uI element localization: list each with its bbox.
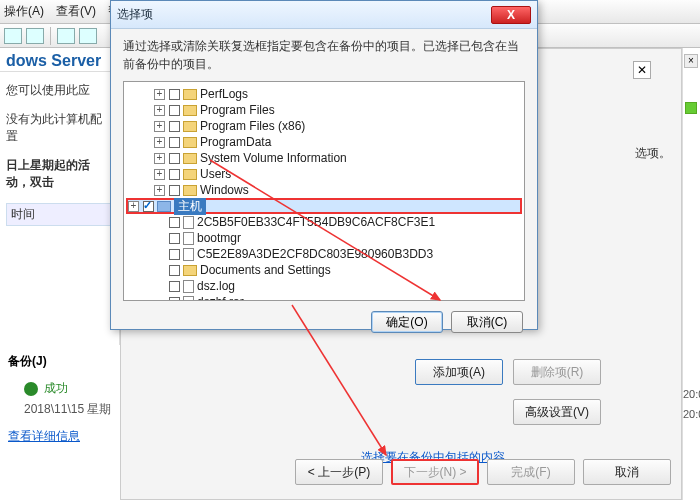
time-header: 时间	[6, 203, 113, 226]
tree-item-program-files-x86[interactable]: +Program Files (x86)	[126, 118, 522, 134]
wizard-close-icon[interactable]: ✕	[633, 61, 651, 79]
right-panel-sliver: × 20:09 20:09	[682, 48, 700, 500]
tree-item-programdata[interactable]: +ProgramData	[126, 134, 522, 150]
tree-item-program-files[interactable]: +Program Files	[126, 102, 522, 118]
add-item-button[interactable]: 添加项(A)	[415, 359, 503, 385]
tree-item-selected-host[interactable]: +主机	[126, 198, 522, 214]
tree-item-bootmgr[interactable]: bootmgr	[126, 230, 522, 246]
console-line-2: 没有为此计算机配置	[6, 111, 113, 145]
tree-item-hash2[interactable]: C5E2E89A3DE2CF8DC803E980960B3DD3	[126, 246, 522, 262]
advanced-settings-button[interactable]: 高级设置(V)	[513, 399, 601, 425]
toolbar-icon-4[interactable]	[79, 28, 97, 44]
tree-item-sysvolinfo[interactable]: +System Volume Information	[126, 150, 522, 166]
tree-item-dszlog[interactable]: dsz.log	[126, 278, 522, 294]
tree-item-docs-settings[interactable]: Documents and Settings	[126, 262, 522, 278]
view-details-link[interactable]: 查看详细信息	[8, 428, 112, 445]
toolbar-icon-1[interactable]	[4, 28, 22, 44]
console-line-3: 日上星期起的活动，双击	[6, 157, 113, 191]
timestamp-2: 20:09	[683, 408, 700, 420]
cancel-button[interactable]: 取消	[583, 459, 671, 485]
dialog-close-button[interactable]: X	[491, 6, 531, 24]
prev-button[interactable]: < 上一步(P)	[295, 459, 383, 485]
dialog-title-text: 选择项	[117, 6, 153, 23]
toolbar-icon-3[interactable]	[57, 28, 75, 44]
menu-view[interactable]: 查看(V)	[56, 3, 96, 20]
tree-item-windows[interactable]: +Windows	[126, 182, 522, 198]
select-items-dialog: 选择项 X 通过选择或清除关联复选框指定要包含在备份中的项目。已选择已包含在当前…	[110, 0, 538, 330]
dialog-description: 通过选择或清除关联复选框指定要包含在备份中的项目。已选择已包含在当前备份中的项目…	[111, 29, 537, 77]
toolbar-separator	[50, 27, 51, 45]
tree-item-dszbf[interactable]: dszbf.rar	[126, 294, 522, 301]
tree-item-users[interactable]: +Users	[126, 166, 522, 182]
dialog-titlebar[interactable]: 选择项 X	[111, 1, 537, 29]
finish-button[interactable]: 完成(F)	[487, 459, 575, 485]
dialog-ok-button[interactable]: 确定(O)	[371, 311, 443, 333]
items-tree[interactable]: +PerfLogs +Program Files +Program Files …	[123, 81, 525, 301]
status-header: 备份(J)	[8, 353, 112, 370]
remove-item-button[interactable]: 删除项(R)	[513, 359, 601, 385]
next-button[interactable]: 下一步(N) >	[391, 459, 479, 485]
status-success: 成功	[24, 380, 112, 397]
dialog-button-row: 确定(O) 取消(C)	[111, 307, 537, 337]
close-icon[interactable]: ×	[684, 54, 698, 68]
wizard-nav-buttons: < 上一步(P) 下一步(N) > 完成(F) 取消	[121, 459, 671, 485]
status-date: 2018\11\15 星期	[24, 401, 112, 418]
dialog-cancel-button[interactable]: 取消(C)	[451, 311, 523, 333]
status-panel: 备份(J) 成功 2018\11\15 星期 查看详细信息	[0, 345, 120, 500]
toolbar-icon-2[interactable]	[26, 28, 44, 44]
timestamp-1: 20:09	[683, 388, 700, 400]
console-line-1: 您可以使用此应	[6, 82, 113, 99]
console-title: dows Server	[0, 48, 120, 72]
app-icon	[685, 102, 697, 114]
menu-action[interactable]: 操作(A)	[4, 3, 44, 20]
tree-item-hash1[interactable]: 2C5B5F0EB33C4FT5B4DB9C6ACF8CF3E1	[126, 214, 522, 230]
tree-item-perflogs[interactable]: +PerfLogs	[126, 86, 522, 102]
options-label: 选项。	[635, 145, 671, 162]
